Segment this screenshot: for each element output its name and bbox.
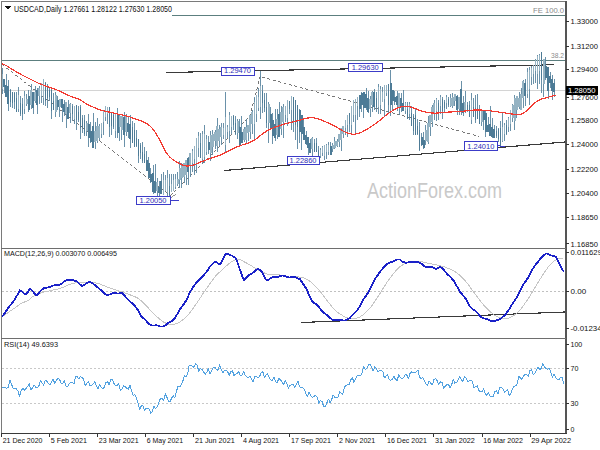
svg-text:16 Mar 2022: 16 Mar 2022: [483, 436, 523, 445]
svg-text:USDCAD,Daily 1.27661 1.28122: USDCAD,Daily 1.27661 1.28122 1.27630 1.2…: [14, 4, 172, 14]
svg-text:MACD(12,26,9) 0.003070 0.00649: MACD(12,26,9) 0.003070 0.006495: [4, 249, 117, 258]
svg-text:21 Jun 2021: 21 Jun 2021: [195, 436, 235, 445]
svg-text:2 Nov 2021: 2 Nov 2021: [339, 436, 376, 445]
svg-text:ActionForex.com: ActionForex.com: [367, 178, 502, 203]
svg-text:29 Apr 2022: 29 Apr 2022: [531, 436, 571, 445]
svg-text:0.011629: 0.011629: [571, 248, 600, 257]
svg-text:1.20400: 1.20400: [571, 189, 599, 198]
svg-text:30: 30: [571, 399, 579, 408]
svg-text:17 Sep 2021: 17 Sep 2021: [291, 436, 331, 445]
svg-text:1.25800: 1.25800: [571, 116, 599, 125]
svg-text:23 Mar 2021: 23 Mar 2021: [99, 436, 139, 445]
svg-text:1.29630: 1.29630: [352, 63, 379, 72]
svg-text:0: 0: [571, 425, 575, 434]
svg-text:1.22200: 1.22200: [571, 165, 599, 174]
svg-text:6 May 2021: 6 May 2021: [147, 436, 184, 445]
svg-text:1.29400: 1.29400: [571, 65, 599, 74]
svg-text:1.18650: 1.18650: [571, 213, 599, 222]
svg-text:5 Feb 2021: 5 Feb 2021: [51, 436, 88, 445]
svg-text:1.24000: 1.24000: [571, 140, 599, 149]
svg-text:1.33000: 1.33000: [571, 17, 599, 26]
svg-text:1.31200: 1.31200: [571, 42, 599, 51]
svg-text:100: 100: [571, 340, 583, 349]
svg-text:FE 100.0: FE 100.0: [533, 6, 564, 15]
svg-text:1.29470: 1.29470: [224, 66, 251, 75]
svg-text:-0.012348: -0.012348: [571, 324, 600, 333]
svg-text:4 Aug 2021: 4 Aug 2021: [243, 436, 280, 445]
svg-text:RSI(14) 49.6393: RSI(14) 49.6393: [4, 340, 59, 349]
svg-text:21 Dec 2020: 21 Dec 2020: [3, 436, 43, 445]
svg-text:38.2: 38.2: [551, 51, 564, 60]
svg-text:16 Dec 2021: 16 Dec 2021: [387, 436, 427, 445]
svg-text:1.22860: 1.22860: [290, 156, 317, 165]
svg-text:31 Jan 2022: 31 Jan 2022: [435, 436, 475, 445]
svg-text:70: 70: [571, 364, 579, 373]
svg-text:1.20050: 1.20050: [140, 196, 167, 205]
svg-text:1.28050: 1.28050: [568, 86, 596, 95]
svg-text:1.24010: 1.24010: [467, 142, 494, 151]
svg-text:0.00: 0.00: [571, 287, 587, 296]
